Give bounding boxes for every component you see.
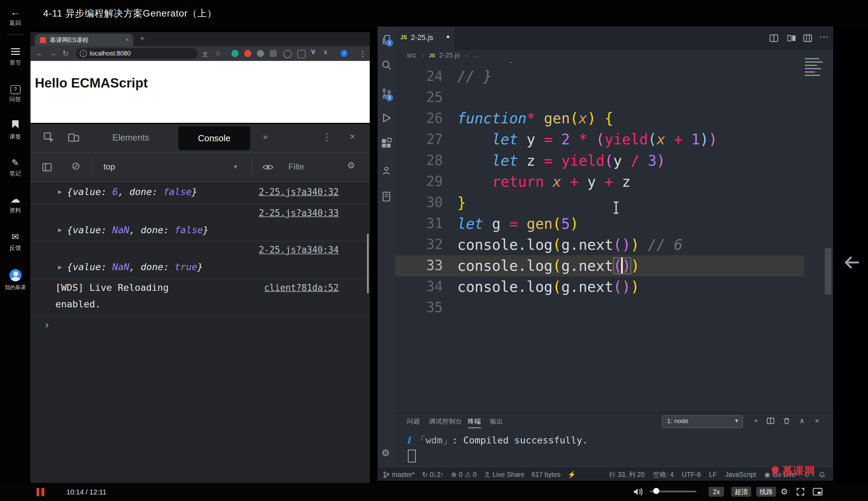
code-line[interactable]: 32console.log(g.next()) // 6: [395, 234, 833, 255]
console-prompt[interactable]: ›: [30, 316, 370, 336]
shell-selector[interactable]: 1: node ▼: [662, 415, 743, 428]
devtools-menu-icon[interactable]: ⋮: [322, 131, 331, 143]
eol[interactable]: LF: [709, 471, 717, 479]
console-sidebar-icon[interactable]: [42, 162, 53, 173]
source-link[interactable]: 2-25.js?a340:34: [259, 245, 339, 255]
open-changes-icon[interactable]: [787, 34, 796, 42]
pause-button[interactable]: [37, 488, 45, 496]
sidebar-item-materials[interactable]: ☁ 资料: [0, 194, 30, 214]
more-tabs-icon[interactable]: »: [263, 132, 267, 141]
editor-scrollbar[interactable]: [825, 248, 831, 295]
sidebar-item-bookmark[interactable]: 课签: [0, 120, 30, 141]
chevron-down-icon[interactable]: ▼: [233, 164, 238, 170]
address-bar[interactable]: i localhost:8080: [76, 48, 198, 59]
sidebar-item-chapters[interactable]: 章节: [0, 47, 30, 67]
devtools-close-icon[interactable]: ×: [350, 132, 355, 142]
extension-icon[interactable]: x: [324, 49, 327, 55]
tab-elements[interactable]: Elements: [112, 133, 149, 143]
code-line[interactable]: 23// }): [395, 62, 833, 66]
code-line[interactable]: 25: [395, 87, 833, 108]
extension-icon[interactable]: [283, 50, 292, 58]
fullscreen-icon[interactable]: [796, 487, 805, 496]
minimap[interactable]: [804, 57, 825, 88]
extension-icon[interactable]: [270, 50, 277, 57]
devtools-settings-icon[interactable]: ⚙: [347, 160, 355, 171]
translate-icon[interactable]: 文: [202, 50, 208, 59]
breadcrumb-file[interactable]: 2-25.js: [439, 51, 460, 59]
code-line[interactable]: 34console.log(g.next()): [395, 276, 833, 297]
code-line[interactable]: 26function* gen(x) {: [395, 108, 833, 129]
live-share-status[interactable]: Live Share: [484, 471, 525, 479]
sidebar-item-feedback[interactable]: ✉ 反馈: [0, 232, 30, 252]
inspect-icon[interactable]: [43, 131, 55, 143]
extension-icon[interactable]: [297, 50, 306, 58]
code-line[interactable]: 33console.log(g.next()): [395, 255, 804, 276]
editor-layout-icon[interactable]: [803, 34, 812, 42]
close-panel-icon[interactable]: ×: [815, 417, 819, 425]
encoding[interactable]: UTF-8: [682, 471, 701, 479]
new-tab-button[interactable]: +: [140, 34, 145, 43]
cursor-position[interactable]: 行 33, 列 20: [609, 470, 645, 479]
browser-menu-icon[interactable]: ⋮: [359, 49, 366, 58]
source-link[interactable]: 2-25.js?a340:32: [259, 187, 339, 197]
split-editor-icon[interactable]: [769, 34, 778, 42]
expand-caret-icon[interactable]: ▶: [58, 264, 62, 271]
extensions-icon[interactable]: [380, 137, 392, 150]
problems-indicator[interactable]: ⊗ 0 ⚠ 0: [451, 471, 476, 479]
nav-reload-icon[interactable]: ↻: [63, 49, 69, 58]
bookmark-star-icon[interactable]: ☆: [215, 49, 221, 58]
git-sync[interactable]: ↻ 0↓2↑: [422, 471, 444, 479]
more-actions-icon[interactable]: ⋯: [819, 31, 829, 43]
tab-output[interactable]: 输出: [490, 418, 503, 426]
manage-gear-icon[interactable]: ⚙: [381, 448, 390, 459]
breadcrumb-more[interactable]: …: [473, 51, 479, 59]
modified-dot-icon[interactable]: ●: [446, 33, 450, 40]
source-link[interactable]: 2-25.js?a340:33: [259, 208, 339, 218]
live-expression-eye-icon[interactable]: [262, 163, 274, 172]
git-branch[interactable]: master*: [383, 471, 415, 479]
sidebar-item-profile[interactable]: 我的慕课: [0, 269, 30, 291]
console-scrollbar[interactable]: [367, 234, 369, 294]
code-editor[interactable]: 23// })24// }2526function* gen(x) {27 le…: [395, 62, 833, 412]
code-line[interactable]: 29 return x + y + z: [395, 171, 833, 192]
extension-icon[interactable]: [231, 50, 239, 57]
breadcrumb-folder[interactable]: src: [407, 51, 416, 59]
device-toolbar-icon[interactable]: [67, 131, 80, 143]
quality-button[interactable]: 超清: [731, 487, 751, 497]
clear-console-icon[interactable]: ⊘: [71, 160, 80, 172]
nav-forward-icon[interactable]: →: [49, 49, 56, 58]
line-button[interactable]: 线路: [756, 487, 776, 497]
run-debug-icon[interactable]: [380, 112, 392, 124]
site-info-icon[interactable]: i: [80, 50, 87, 57]
search-icon[interactable]: [380, 59, 392, 71]
prev-arrow[interactable]: [841, 253, 864, 275]
tab-debug-console[interactable]: 调试控制台: [429, 418, 462, 426]
pip-icon[interactable]: [813, 488, 823, 496]
volume-knob[interactable]: [653, 488, 659, 494]
editor-tab[interactable]: JS 2-25.js ●: [395, 27, 455, 50]
language-mode[interactable]: JavaScript: [725, 471, 756, 479]
extension-icon[interactable]: [244, 50, 251, 57]
tab-problems[interactable]: 问题: [407, 418, 420, 426]
tab-terminal[interactable]: 终端: [468, 418, 481, 428]
kill-terminal-icon[interactable]: [783, 417, 790, 425]
plug-icon[interactable]: ⚡: [568, 471, 576, 479]
code-line[interactable]: 28 let z = yield(y / 3): [395, 150, 833, 171]
code-line[interactable]: 31let g = gen(5): [395, 213, 833, 234]
extension-icon[interactable]: [257, 50, 264, 57]
docs-icon[interactable]: [380, 191, 392, 203]
code-line[interactable]: 27 let y = 2 * (yield(x + 1)): [395, 129, 833, 150]
sidebar-item-back[interactable]: ← 返回: [0, 7, 30, 27]
tab-close-icon[interactable]: ×: [125, 36, 129, 42]
extension-icon[interactable]: i: [340, 50, 348, 57]
tab-console[interactable]: Console: [178, 126, 250, 150]
player-settings-icon[interactable]: ⚙: [781, 487, 788, 497]
maximize-panel-icon[interactable]: ∧: [799, 417, 805, 425]
code-line[interactable]: 35: [395, 297, 833, 318]
extension-icon[interactable]: V: [311, 49, 315, 55]
source-link[interactable]: client?81da:52: [264, 283, 339, 293]
nav-back-icon[interactable]: ←: [36, 49, 43, 58]
indent-setting[interactable]: 空格: 4: [653, 470, 674, 479]
sidebar-item-notes[interactable]: ✎ 笔记: [0, 157, 30, 177]
code-line[interactable]: 24// }: [395, 66, 833, 87]
